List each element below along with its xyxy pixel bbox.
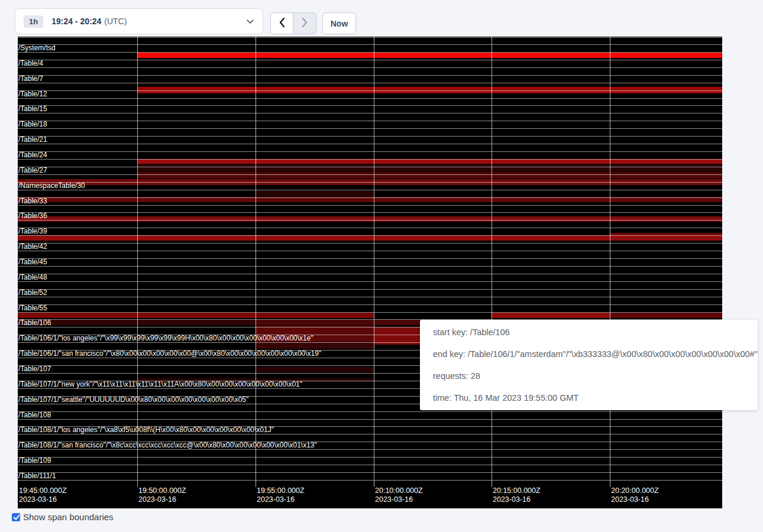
axis-date: 2023-03-16 <box>493 495 541 504</box>
time-axis-label: 20:15:00.000Z2023-03-16 <box>493 486 541 504</box>
checkbox-checked-icon[interactable] <box>12 513 20 521</box>
axis-date: 2023-03-16 <box>19 495 67 504</box>
axis-time: 19:55:00.000Z <box>257 486 305 495</box>
span-boundary-line <box>18 251 722 251</box>
time-bucket-line <box>137 37 138 487</box>
chevron-right-icon <box>301 17 308 30</box>
span-key-label: /Table/106/1/"los angeles"/"\x99\x99\x99… <box>18 334 313 342</box>
time-bucket-line <box>374 37 374 487</box>
span-boundary-line <box>18 465 722 465</box>
heat-band[interactable] <box>256 191 374 196</box>
heat-band[interactable] <box>18 216 722 222</box>
heat-band[interactable] <box>18 235 722 241</box>
axis-time: 19:50:00.000Z <box>138 486 186 495</box>
axis-date: 2023-03-16 <box>611 495 659 504</box>
axis-time: 19:45:00.000Z <box>19 486 67 495</box>
span-key-label: /Table/18 <box>18 120 47 128</box>
time-bucket-line <box>492 37 492 487</box>
span-key-label: /Table/12 <box>18 90 47 98</box>
span-key-label: /System/tsd <box>18 44 56 52</box>
chevron-down-icon <box>246 16 254 27</box>
key-visualizer-heatmap[interactable]: /System/tsd/Table/4/Table/7/Table/12/Tab… <box>18 37 722 508</box>
heat-band[interactable] <box>137 53 722 58</box>
span-key-label: /Table/42 <box>18 242 47 251</box>
span-boundary-line <box>18 90 722 91</box>
next-time-button[interactable] <box>293 12 316 34</box>
span-key-label: /Table/7 <box>18 74 43 83</box>
span-key-label: /Table/15 <box>18 105 47 113</box>
time-bucket-line <box>256 37 256 487</box>
timezone-label: (UTC) <box>104 17 127 26</box>
tooltip-start-key: start key: /Table/106 <box>433 326 745 338</box>
time-bucket-line <box>610 37 610 487</box>
time-nav-group <box>270 12 316 34</box>
span-boundary-line <box>18 266 722 267</box>
span-key-label: /Table/106/1/"san francisco"/"\x80\x00\x… <box>18 349 321 358</box>
span-boundary-line <box>18 37 722 38</box>
span-boundary-line <box>18 197 722 198</box>
span-key-label: /Table/106 <box>18 319 51 327</box>
tooltip-time: time: Thu, 16 Mar 2023 19:55:00 GMT <box>433 392 745 404</box>
span-key-label: /Table/4 <box>18 59 43 67</box>
span-key-label: /Table/55 <box>18 304 47 312</box>
span-boundary-line <box>18 472 722 473</box>
chevron-left-icon <box>279 17 286 30</box>
span-boundary-line <box>18 52 722 53</box>
span-key-label: /Table/48 <box>18 273 47 281</box>
span-key-label: /Table/108/1/"los angeles"/"\xa8\xf5\u00… <box>18 426 274 434</box>
heat-band[interactable] <box>610 313 722 318</box>
axis-date: 2023-03-16 <box>257 495 305 504</box>
span-boundary-line <box>18 205 722 206</box>
time-range-label: 19:24 - 20:24 <box>51 17 101 26</box>
span-boundary-line <box>18 182 722 183</box>
now-button[interactable]: Now <box>322 12 356 34</box>
span-boundary-line <box>18 312 722 313</box>
span-boundary-line <box>18 105 722 106</box>
span-boundary-line <box>18 113 722 113</box>
span-key-label: /Table/109 <box>18 456 51 465</box>
heat-band[interactable] <box>492 313 610 318</box>
span-boundary-line <box>18 60 722 60</box>
span-boundary-line <box>18 144 722 144</box>
span-boundary-line <box>18 258 722 259</box>
span-boundary-line <box>18 98 722 99</box>
axis-date: 2023-03-16 <box>138 495 186 504</box>
heat-band[interactable] <box>18 320 256 325</box>
span-boundary-line <box>18 212 722 213</box>
axis-date: 2023-03-16 <box>375 495 423 504</box>
span-boundary-line <box>18 136 722 137</box>
span-boundary-line <box>18 419 722 420</box>
span-key-label: /Table/108/1/"san francisco"/"\x8c\xcc\x… <box>18 441 317 449</box>
axis-time: 20:20:00.000Z <box>611 486 659 495</box>
span-key-label: /NamespaceTable/30 <box>18 181 85 190</box>
span-boundary-line <box>18 128 722 129</box>
tooltip-end-key: end key: /Table/106/1/"amsterdam"/"\xb33… <box>433 348 745 360</box>
key-visualizer-page: 1h 19:24 - 20:24 (UTC) Now /System/tsd/T… <box>0 0 763 532</box>
heat-band[interactable] <box>256 367 374 372</box>
span-boundary-line <box>18 235 722 236</box>
span-key-label: /Table/24 <box>18 151 47 159</box>
heat-band[interactable] <box>137 159 722 164</box>
span-boundary-line <box>18 167 722 167</box>
span-boundary-line <box>18 449 722 450</box>
prev-time-button[interactable] <box>270 12 293 34</box>
time-range-select[interactable]: 1h 19:24 - 20:24 (UTC) <box>15 8 263 34</box>
axis-time: 20:15:00.000Z <box>493 486 541 495</box>
span-boundary-line <box>18 243 722 244</box>
span-key-label: /Table/111/1 <box>18 472 56 480</box>
span-key-label: /Table/21 <box>18 135 47 144</box>
span-boundary-line <box>18 67 722 68</box>
show-span-boundaries-control[interactable]: Show span boundaries <box>12 512 114 522</box>
span-boundary-line <box>18 121 722 121</box>
heat-band[interactable] <box>18 313 374 318</box>
span-boundary-line <box>18 297 722 297</box>
duration-badge: 1h <box>24 15 43 28</box>
span-boundary-line <box>18 83 722 83</box>
span-boundary-line <box>18 274 722 274</box>
heat-band[interactable] <box>137 172 722 179</box>
heat-band[interactable] <box>137 164 722 171</box>
span-boundary-line <box>18 220 722 220</box>
span-key-label: /Table/33 <box>18 197 47 205</box>
span-boundary-line <box>18 44 722 45</box>
span-key-label: /Table/39 <box>18 227 47 235</box>
